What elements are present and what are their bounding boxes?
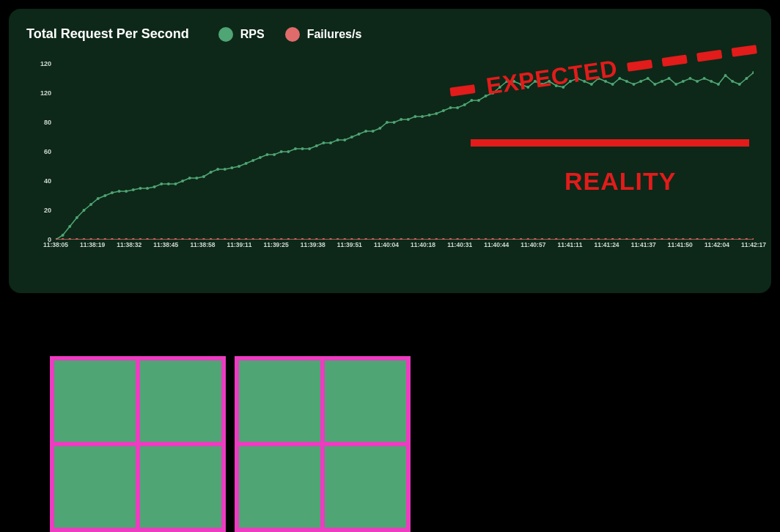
chart-panel: Total Request Per Second RPS Failures/s … <box>9 9 771 293</box>
series-point <box>202 238 205 240</box>
grid-cell <box>54 446 136 528</box>
x-tick: 11:40:57 <box>520 241 545 248</box>
series-point <box>210 238 213 240</box>
series-point <box>393 121 396 124</box>
series-point <box>118 190 121 193</box>
series-point <box>625 238 628 240</box>
series-point <box>548 238 551 240</box>
series-point <box>534 238 537 240</box>
grid-cell <box>140 361 221 442</box>
x-tick: 11:41:11 <box>557 241 582 248</box>
series-point <box>661 238 663 240</box>
series-point <box>125 238 128 240</box>
series-point <box>364 130 367 133</box>
x-tick: 11:38:19 <box>80 241 105 248</box>
series-point <box>463 238 466 240</box>
series-point <box>717 238 720 240</box>
series-point <box>315 144 318 147</box>
series-point <box>273 238 276 240</box>
series-point <box>688 238 691 240</box>
series-point <box>477 238 480 240</box>
series-point <box>378 238 381 240</box>
series-point <box>336 138 339 141</box>
series-point <box>322 141 325 144</box>
series-point <box>435 112 438 115</box>
series-point <box>393 238 396 240</box>
series-point <box>442 238 445 240</box>
series-point <box>139 238 141 240</box>
series-point <box>146 238 149 240</box>
dash-icon <box>731 45 757 57</box>
series-point <box>68 238 71 240</box>
series-point <box>470 238 473 240</box>
series-point <box>449 238 452 240</box>
series-point <box>153 185 156 188</box>
series-point <box>308 147 311 150</box>
series-point <box>195 177 198 180</box>
series-point <box>407 238 410 240</box>
legend-dot-failures <box>285 27 300 42</box>
series-point <box>195 238 198 240</box>
series-point <box>731 238 734 240</box>
series-point <box>76 216 78 219</box>
y-tick: 120 <box>32 89 51 97</box>
grids-row <box>50 356 780 532</box>
series-point <box>604 238 607 240</box>
x-tick: 11:39:25 <box>264 241 289 248</box>
x-tick: 11:41:50 <box>668 241 693 248</box>
legend-item-rps: RPS <box>218 27 265 42</box>
series-point <box>103 194 106 197</box>
series-point <box>259 238 262 240</box>
series-point <box>160 182 163 185</box>
series-point <box>111 238 114 240</box>
series-point <box>541 238 544 240</box>
series-point <box>188 238 191 240</box>
series-point <box>245 162 248 165</box>
series-point <box>372 130 375 133</box>
series-point <box>653 83 656 86</box>
series-point <box>413 238 416 240</box>
legend-item-failures: Failures/s <box>285 27 362 42</box>
series-point <box>343 238 346 240</box>
x-tick: 11:38:05 <box>43 241 68 248</box>
chart-svg <box>56 64 754 240</box>
grid-cell <box>54 361 136 442</box>
series-point <box>738 83 741 86</box>
series-point <box>329 141 332 144</box>
legend-label-rps: RPS <box>240 28 265 41</box>
series-point <box>68 225 71 228</box>
series-point <box>668 238 671 240</box>
series-point <box>97 238 100 240</box>
series-point <box>160 238 163 240</box>
series-point <box>329 238 332 240</box>
series-point <box>449 106 452 109</box>
series-point <box>378 127 381 130</box>
series-point <box>238 165 240 168</box>
series-point <box>442 109 445 112</box>
series-point <box>125 190 128 193</box>
series-point <box>372 238 375 240</box>
series-point <box>167 182 170 185</box>
series-point <box>146 187 149 190</box>
reality-solid-line <box>471 139 749 147</box>
series-point <box>230 166 233 169</box>
series-point <box>745 238 748 240</box>
series-point <box>280 238 283 240</box>
series-point <box>463 103 466 106</box>
series-point <box>153 238 156 240</box>
series-point <box>583 238 586 240</box>
x-tick: 11:38:58 <box>190 241 215 248</box>
x-tick: 11:39:38 <box>301 241 325 248</box>
series-point <box>301 238 304 240</box>
series-point <box>710 80 713 83</box>
series-point <box>336 238 339 240</box>
series-point <box>738 238 741 240</box>
series-point <box>287 150 290 153</box>
series-point <box>280 150 283 153</box>
dash-icon <box>627 59 652 72</box>
series-point <box>668 77 671 80</box>
series-point <box>400 118 402 121</box>
series-point <box>611 238 614 240</box>
x-axis: 11:38:0511:38:1911:38:3211:38:4511:38:58… <box>56 241 754 256</box>
series-point <box>266 153 269 156</box>
